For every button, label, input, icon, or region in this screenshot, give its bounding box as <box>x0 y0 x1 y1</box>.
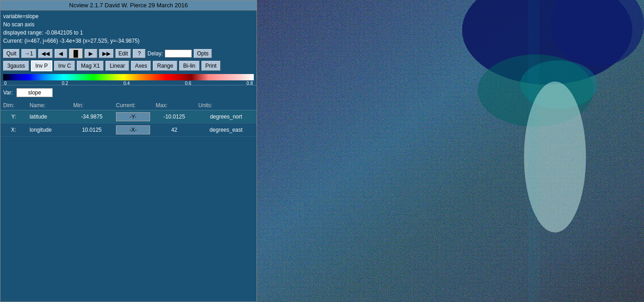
dim-cell-0-dim: Y: <box>0 110 27 124</box>
dim-cell-1-max: 42 <box>153 124 196 137</box>
arrow1-button[interactable]: →1 <box>21 49 36 58</box>
func-btn-print[interactable]: Print <box>201 61 221 71</box>
help-button[interactable]: ? <box>133 49 146 58</box>
dim-cell-0-max: -10.0125 <box>153 110 196 124</box>
opts-button[interactable]: Opts <box>194 49 211 58</box>
colorbar-label-0: 0 <box>4 81 7 86</box>
range-info: displayed range: -0.0842105 to 1 <box>3 29 254 37</box>
colorbar-gradient <box>3 74 254 80</box>
quit-button[interactable]: Quit <box>3 49 20 58</box>
function-buttons: 3gaussInv PInv CMag X1LinearAxesRangeBi-… <box>0 59 257 73</box>
dim-header-5: Units: <box>196 101 257 110</box>
delay-label: Delay: <box>147 50 163 57</box>
func-btn-mag-x1[interactable]: Mag X1 <box>77 61 104 71</box>
dim-cell-1-min: 10.0125 <box>70 124 113 137</box>
func-btn-linear[interactable]: Linear <box>106 61 129 71</box>
colorbar-label-4: 0.8 <box>247 81 253 86</box>
dim-table: Dim:Name:Min:Current:Max:Units: Y:latitu… <box>0 101 257 137</box>
dim-cell-1-name: longitude <box>27 124 70 137</box>
dim-cell-1-units: degrees_east <box>196 124 257 137</box>
toolbar: Quit →1 ◀◀ ◀ ▐▌ ▶ ▶▶ Edit ? Delay: Opts <box>0 47 257 59</box>
colorbar-labels: 00.20.40.60.8 <box>3 81 254 86</box>
var-label: Var: <box>3 89 13 96</box>
colorbar-label-2: 0.4 <box>123 81 130 86</box>
dim-cell-0-current: -Y- <box>113 110 153 124</box>
dim-cell-0-min: -34.9875 <box>70 110 113 124</box>
colorbar-label-3: 0.6 <box>185 81 191 86</box>
func-btn-inv-p[interactable]: Inv P <box>31 60 52 71</box>
fastforward-button[interactable]: ▶▶ <box>99 49 114 58</box>
map-visualization <box>257 0 644 302</box>
dim-cell-0-units: degrees_nort <box>196 110 257 124</box>
dim-cell-0-name: latitude <box>27 110 70 124</box>
dim-header-1: Name: <box>27 101 70 110</box>
delay-input[interactable] <box>165 50 192 58</box>
stripe-2 <box>536 0 540 302</box>
forward-button[interactable]: ▶ <box>85 49 97 58</box>
func-btn-axes[interactable]: Axes <box>131 61 151 71</box>
current-info: Current: (i=467, j=666) -3.4e+38 (x=27.5… <box>3 37 254 45</box>
scan-info: No scan axis <box>3 20 254 29</box>
info-area: variable=slope No scan axis displayed ra… <box>0 10 257 47</box>
colorbar-label-1: 0.2 <box>62 81 68 86</box>
left-panel: Ncview 2.1.7 David W. Pierce 29 March 20… <box>0 0 257 302</box>
map-svg <box>257 0 644 302</box>
var-value: slope <box>16 88 53 97</box>
stripe-1 <box>528 0 536 302</box>
rewind-button[interactable]: ◀◀ <box>38 49 53 58</box>
func-btn-range[interactable]: Range <box>153 61 177 71</box>
title-bar: Ncview 2.1.7 David W. Pierce 29 March 20… <box>0 0 257 10</box>
dim-header-0: Dim: <box>0 101 27 110</box>
dim-current-1[interactable]: -X- <box>116 125 150 134</box>
var-area: Var: slope <box>0 85 257 99</box>
right-panel <box>257 0 644 302</box>
dim-current-0[interactable]: -Y- <box>116 112 150 121</box>
colorbar: 00.20.40.60.8 <box>3 74 254 84</box>
dim-body: Y:latitude-34.9875-Y--10.0125degrees_nor… <box>0 110 257 137</box>
dim-cell-1-current: -X- <box>113 124 153 137</box>
dim-header-3: Current: <box>113 101 153 110</box>
func-btn-3gauss[interactable]: 3gauss <box>3 61 29 71</box>
dim-header-row: Dim:Name:Min:Current:Max:Units: <box>0 101 257 110</box>
pause-button[interactable]: ▐▌ <box>69 49 83 59</box>
variable-info: variable=slope <box>3 12 254 20</box>
dim-header-2: Min: <box>70 101 113 110</box>
app-title: Ncview 2.1.7 David W. Pierce 29 March 20… <box>69 2 188 9</box>
func-btn-bi-lin[interactable]: Bi-lin <box>179 61 200 71</box>
dim-header-4: Max: <box>153 101 196 110</box>
dim-row-0: Y:latitude-34.9875-Y--10.0125degrees_nor… <box>0 110 257 124</box>
dim-cell-1-dim: X: <box>0 124 27 137</box>
edit-button[interactable]: Edit <box>116 49 131 58</box>
back-button[interactable]: ◀ <box>55 49 67 58</box>
func-btn-inv-c[interactable]: Inv C <box>54 61 75 71</box>
dim-row-1: X:longitude10.0125-X-42degrees_east <box>0 124 257 137</box>
